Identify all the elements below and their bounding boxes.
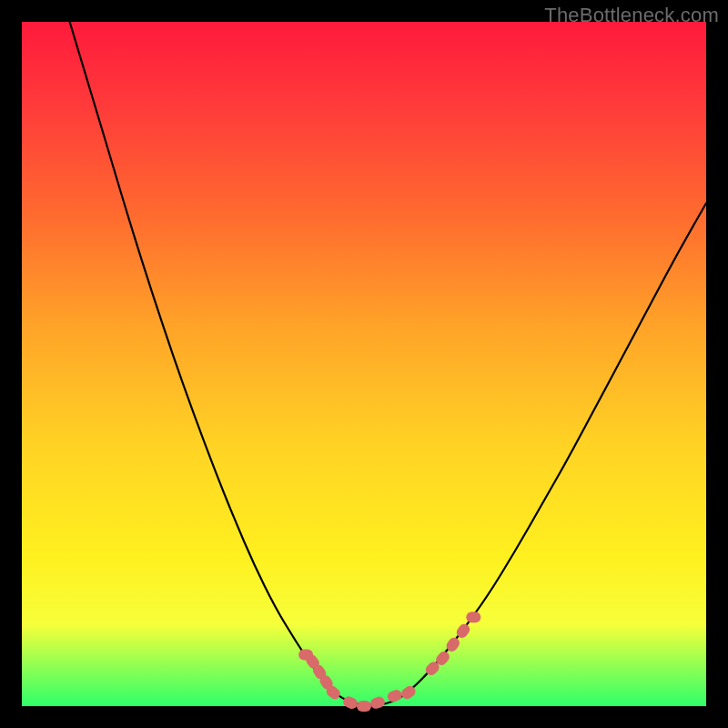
curve-marker (341, 694, 359, 710)
curve-marker (386, 688, 403, 703)
bottleneck-curve-chart (22, 22, 706, 706)
marker-layer (298, 612, 480, 712)
curve-marker (357, 701, 371, 712)
curve-marker (466, 612, 480, 622)
bottleneck-curve (70, 22, 706, 705)
curve-marker (369, 695, 387, 710)
